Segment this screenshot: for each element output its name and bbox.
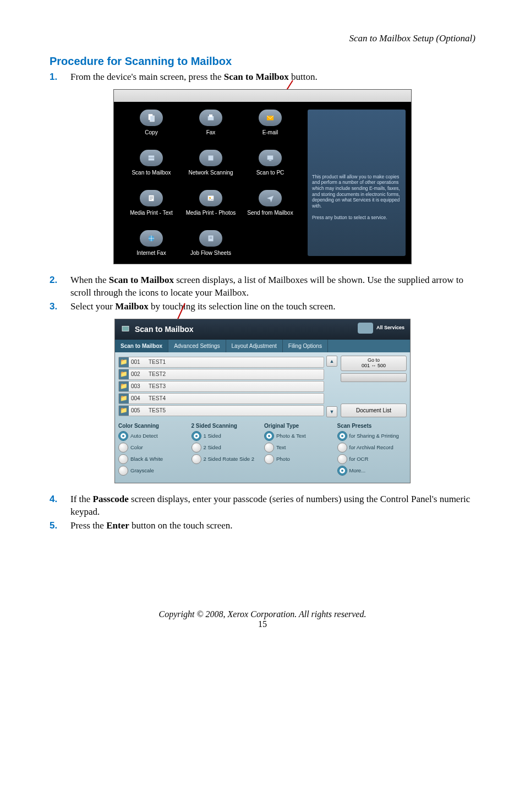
option-grayscale[interactable]: Grayscale [118, 466, 188, 476]
option-label: Photo & Text [276, 433, 306, 439]
option-auto-detect[interactable]: Auto Detect [118, 431, 188, 441]
mailbox-num: 003 [129, 383, 149, 389]
fax-icon [199, 110, 222, 126]
option-label: More... [349, 467, 366, 473]
svg-rect-7 [209, 155, 214, 160]
option-label: Color [130, 444, 143, 450]
service-media-print-text[interactable]: Media Print - Text [122, 190, 181, 216]
step-num: 3. [50, 301, 70, 313]
radio-icon [337, 454, 347, 464]
copyright-text: Copyright © 2008, Xerox Corporation. All… [50, 609, 475, 619]
screen-title: Scan to Mailbox [135, 325, 194, 334]
service-fax[interactable]: Fax [181, 110, 240, 135]
radio-icon [118, 454, 128, 464]
service-send-from-mailbox[interactable]: Send from Mailbox [240, 190, 300, 216]
mailbox-row[interactable]: 📁003TEST3 [118, 381, 324, 392]
service-label: Job Flow Sheets [190, 250, 231, 256]
radio-icon [337, 431, 347, 441]
info-panel: This product will allow you to make copi… [308, 110, 406, 256]
step-5: 5. Press the Enter button on the touch s… [50, 520, 475, 532]
mailbox-row[interactable]: 📁005TEST5 [118, 405, 324, 416]
service-scan-to-pc[interactable]: Scan to PC [240, 150, 300, 176]
tab-filing-options[interactable]: Filing Options [283, 340, 328, 352]
option-label: 2 Sided [204, 444, 221, 450]
tab-layout-adjustment[interactable]: Layout Adjustment [226, 340, 283, 352]
tab-label: Scan to Mailbox [121, 343, 162, 349]
text: From the device's main screen, press the [70, 72, 224, 82]
tab-advanced-settings[interactable]: Advanced Settings [168, 340, 226, 352]
mailbox-num: 002 [129, 371, 149, 377]
step-num: 5. [50, 520, 70, 532]
option-sharing-printing[interactable]: for Sharing & Printing [337, 431, 407, 441]
mailbox-row[interactable]: 📁001TEST1 [118, 357, 324, 368]
step-body: If the Passcode screen displays, enter y… [70, 493, 475, 519]
option-archival[interactable]: for Archival Record [337, 443, 407, 453]
text: Select your [70, 301, 115, 312]
media-photo-icon [199, 190, 222, 206]
info-text: Press any button to select a service. [312, 215, 401, 221]
service-label: Media Print - Text [130, 210, 173, 216]
service-job-flow-sheets[interactable]: Job Flow Sheets [181, 230, 240, 256]
all-services-icon[interactable] [358, 323, 373, 334]
mailbox-row[interactable]: 📁002TEST2 [118, 369, 324, 380]
scan-presets-group: Scan Presets for Sharing & Printing for … [337, 423, 407, 477]
service-label: Send from Mailbox [247, 210, 293, 216]
tab-bar: Scan to Mailbox Advanced Settings Layout… [115, 340, 410, 352]
option-black-white[interactable]: Black & White [118, 454, 188, 464]
option-ocr[interactable]: for OCR [337, 454, 407, 464]
option-more[interactable]: More... [337, 466, 407, 476]
mailbox-list-area: 📁001TEST1 📁002TEST2 📁003TEST3 📁004TEST4 … [115, 352, 410, 421]
option-heading: 2 Sided Scanning [192, 423, 261, 429]
service-email[interactable]: E-mail [240, 110, 300, 135]
mailbox-name: TEST4 [149, 395, 324, 401]
mailbox-name: TEST5 [149, 407, 324, 413]
step-body: Select your Mailbox by touching its sele… [70, 301, 475, 313]
step-num: 1. [50, 71, 70, 84]
option-2-sided-rotate[interactable]: 2 Sided Rotate Side 2 [192, 454, 261, 464]
radio-icon [118, 466, 128, 476]
header-context: Scan to Mailbox Setup (Optional) [50, 33, 475, 44]
step-2: 2. When the Scan to Mailbox screen displ… [50, 274, 475, 299]
goto-input[interactable] [341, 373, 407, 382]
option-heading: Color Scanning [118, 423, 188, 429]
option-label: Photo [276, 456, 290, 462]
service-internet-fax[interactable]: Internet Fax [122, 230, 181, 256]
service-scan-to-mailbox[interactable]: Scan to Mailbox [122, 150, 181, 176]
option-1-sided[interactable]: 1 Sided [192, 431, 261, 441]
text: button on the touch screen. [129, 520, 233, 531]
service-network-scanning[interactable]: Network Scanning [181, 150, 240, 176]
radio-icon [192, 454, 201, 464]
option-label: Grayscale [130, 467, 154, 473]
scroll-down-button[interactable]: ▼ [326, 406, 337, 417]
step-4: 4. If the Passcode screen displays, ente… [50, 493, 475, 519]
mailbox-num: 005 [129, 407, 149, 413]
option-text[interactable]: Text [264, 443, 334, 453]
mailbox-title-icon [121, 324, 130, 335]
text-bold: Mailbox [115, 301, 148, 312]
service-copy[interactable]: Copy [122, 110, 181, 135]
option-color[interactable]: Color [118, 443, 188, 453]
service-media-print-photos[interactable]: Media Print - Photos [181, 190, 240, 216]
network-scan-icon [199, 150, 222, 166]
scroll-up-button[interactable]: ▲ [326, 356, 337, 367]
media-text-icon [140, 190, 163, 206]
mailbox-name: TEST3 [149, 383, 324, 389]
radio-icon [337, 466, 347, 476]
mailbox-row[interactable]: 📁004TEST4 [118, 393, 324, 404]
radio-icon [264, 443, 274, 453]
scroll-controls: ▲ ▼ [326, 356, 337, 417]
svg-rect-9 [269, 160, 272, 161]
option-photo-text[interactable]: Photo & Text [264, 431, 334, 441]
send-mailbox-icon [259, 190, 282, 206]
window-titlebar [114, 90, 411, 102]
option-label: Text [276, 444, 286, 450]
tab-scan-to-mailbox[interactable]: Scan to Mailbox [115, 340, 168, 352]
all-services-label[interactable]: All Services [376, 325, 404, 330]
internet-fax-icon [140, 230, 163, 247]
folder-icon: 📁 [119, 382, 129, 391]
document-list-button[interactable]: Document List [341, 404, 407, 417]
option-2-sided[interactable]: 2 Sided [192, 443, 261, 453]
option-photo[interactable]: Photo [264, 454, 334, 464]
step-1: 1. From the device's main screen, press … [50, 71, 475, 84]
goto-button[interactable]: Go to 001 ↔ 500 [341, 356, 407, 371]
